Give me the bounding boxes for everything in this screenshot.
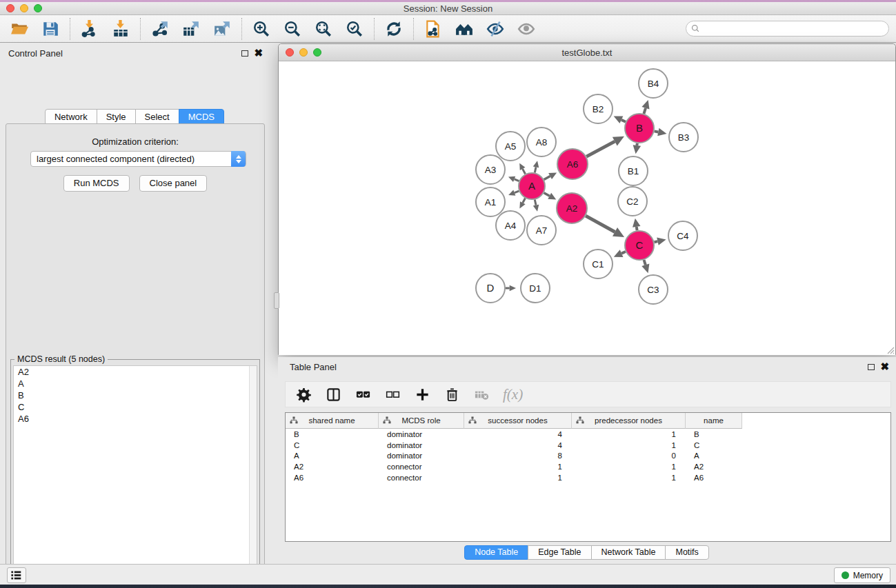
network-from-file-button[interactable]	[423, 19, 444, 39]
close-panel-button[interactable]: Close panel	[139, 175, 208, 192]
refresh-layout-icon	[385, 20, 403, 38]
resize-handle-icon[interactable]	[886, 345, 895, 354]
arrowhead-icon	[641, 100, 649, 110]
export-network-icon	[151, 20, 169, 38]
column-header-shared-name[interactable]: shared name	[286, 413, 379, 429]
table-cell: A2	[286, 463, 379, 471]
export-network-button[interactable]	[150, 19, 170, 39]
table-cell: 1	[572, 430, 686, 438]
task-history-button[interactable]	[7, 567, 26, 583]
node-label-A2: A2	[566, 203, 578, 214]
result-item[interactable]: C	[14, 401, 257, 413]
function-builder-button[interactable]: f(x)	[503, 386, 523, 403]
home-button[interactable]	[454, 19, 475, 39]
search-input[interactable]	[686, 21, 889, 37]
zoom-selected-button[interactable]	[344, 19, 365, 39]
result-item[interactable]: A6	[14, 413, 257, 425]
result-item[interactable]: B	[14, 389, 257, 401]
select-all-columns-icon	[355, 387, 372, 403]
table-settings-icon	[296, 387, 312, 403]
column-header-name[interactable]: name	[686, 413, 742, 429]
node-label-D: D	[487, 282, 495, 294]
zoom-in-icon	[252, 20, 270, 38]
arrowhead-icon	[657, 128, 666, 136]
zoom-fit-button[interactable]	[313, 19, 334, 39]
close-table-panel-icon[interactable]: ✖	[880, 363, 889, 370]
export-table-button[interactable]	[181, 19, 201, 39]
table-row[interactable]: A2connector11A2	[286, 461, 890, 472]
network-canvas[interactable]: AA1A2A3A4A5A6A7A8BB1B2B3B4CC1C2C3C4DD1	[279, 61, 895, 355]
select-all-columns-button[interactable]	[355, 385, 372, 403]
table-row[interactable]: Adominator80A	[286, 450, 890, 461]
zoom-out-icon	[283, 20, 301, 38]
table-panel: Table Panel ✖ f(x) shared nameMCDS roles…	[278, 357, 896, 564]
float-panel-icon[interactable]	[241, 50, 248, 57]
mcds-panel: Optimization criterion: largest connecte…	[6, 123, 265, 588]
table-cell: dominator	[379, 430, 464, 438]
column-header-predecessor-nodes[interactable]: predecessor nodes	[572, 413, 686, 429]
close-panel-icon[interactable]: ✖	[254, 50, 263, 57]
result-item[interactable]: A2	[14, 366, 257, 378]
table-row[interactable]: A6connector11A6	[286, 472, 890, 483]
save-session-button[interactable]	[40, 19, 61, 39]
delete-columns-button[interactable]	[444, 385, 461, 403]
tab-node-table[interactable]: Node Table	[464, 545, 528, 560]
import-network-button[interactable]	[79, 19, 100, 39]
criterion-value: largest connected component (directed)	[37, 154, 195, 164]
column-header-successor-nodes[interactable]: successor nodes	[464, 413, 572, 429]
panel-splitter-handle[interactable]	[274, 292, 279, 309]
column-label: name	[704, 416, 724, 425]
home-icon	[455, 20, 473, 38]
node-label-B3: B3	[678, 132, 690, 143]
hide-graphics-details-button[interactable]	[485, 19, 506, 39]
table-row[interactable]: Cdominator41C	[286, 440, 890, 451]
column-label: MCDS role	[401, 416, 440, 425]
tab-network-table[interactable]: Network Table	[591, 545, 666, 560]
zoom-selected-icon	[346, 20, 364, 38]
table-settings-button[interactable]	[295, 385, 313, 403]
table-cell: dominator	[379, 441, 464, 449]
add-column-button[interactable]	[414, 385, 432, 403]
search-icon	[690, 23, 701, 34]
node-label-D1: D1	[529, 283, 541, 294]
table-header-row: shared nameMCDS rolesuccessor nodesprede…	[286, 413, 890, 429]
column-type-icon	[468, 416, 477, 425]
column-layout-button[interactable]	[325, 385, 343, 403]
preview-eye-button[interactable]	[516, 19, 537, 39]
run-mcds-button[interactable]: Run MCDS	[63, 175, 130, 192]
import-table-button[interactable]	[110, 19, 131, 39]
result-scrollbar[interactable]	[249, 366, 257, 588]
export-image-button[interactable]	[212, 19, 232, 39]
delete-table-button[interactable]	[473, 385, 491, 403]
zoom-in-button[interactable]	[251, 19, 272, 39]
delete-table-icon	[474, 387, 490, 403]
status-bar: Memory	[0, 564, 896, 585]
tab-edge-table[interactable]: Edge Table	[528, 545, 591, 560]
toolbar-group	[70, 18, 140, 40]
table-cell: 1	[464, 474, 572, 482]
tab-motifs[interactable]: Motifs	[665, 545, 708, 560]
table-cell: B	[286, 430, 379, 438]
column-header-MCDS-role[interactable]: MCDS role	[379, 413, 464, 429]
node-label-A: A	[528, 180, 535, 192]
zoom-out-button[interactable]	[282, 19, 303, 39]
open-file-button[interactable]	[9, 19, 30, 39]
refresh-layout-button[interactable]	[384, 19, 404, 39]
edge-B-B3	[655, 131, 659, 132]
table-cell: C	[686, 441, 742, 449]
table-row[interactable]: Bdominator41B	[286, 429, 890, 440]
memory-status-icon	[842, 571, 849, 579]
table-cell: connector	[379, 463, 464, 471]
float-table-panel-icon[interactable]	[868, 364, 875, 370]
result-item[interactable]: A	[14, 378, 257, 389]
criterion-dropdown[interactable]: largest connected component (directed)	[30, 151, 246, 167]
edge-A2-C	[586, 216, 615, 232]
import-table-icon	[112, 20, 130, 38]
memory-button[interactable]: Memory	[834, 567, 890, 583]
unselect-all-columns-button[interactable]	[384, 385, 402, 403]
column-label: predecessor nodes	[595, 416, 662, 425]
desktop-background-bottom	[0, 585, 896, 588]
edge-A6-B	[586, 141, 615, 156]
window-titlebar: Session: New Session	[0, 2, 896, 15]
edge-C-C3	[644, 260, 646, 265]
